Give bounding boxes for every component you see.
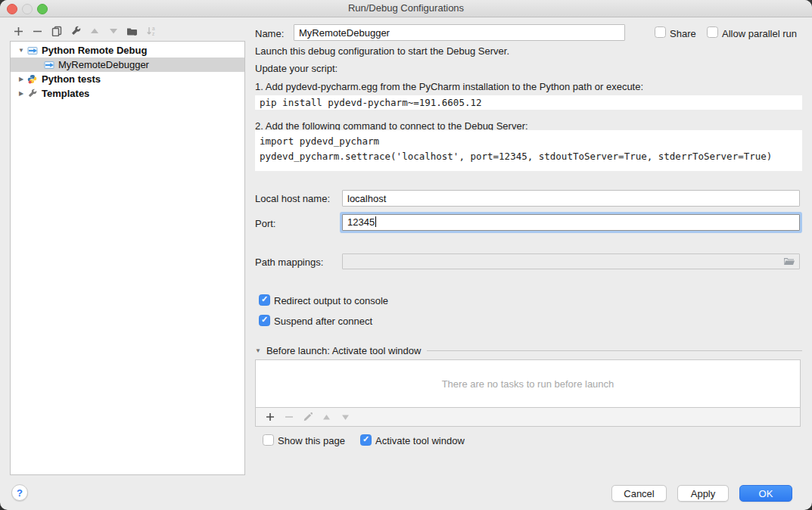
tree-item-label: Python tests: [42, 73, 101, 85]
tree-item-label: Python Remote Debug: [42, 45, 147, 56]
remove-task-button[interactable]: [279, 409, 298, 424]
copy-configuration-button[interactable]: [47, 23, 66, 39]
arrow-up-icon: [322, 414, 331, 421]
instruction-line-2: Update your script:: [255, 63, 338, 74]
move-task-up-button[interactable]: [317, 409, 336, 424]
path-mappings-input[interactable]: [342, 253, 800, 269]
move-down-button[interactable]: [104, 23, 123, 39]
tree-item-myremotedebugger[interactable]: MyRemoteDebugger: [11, 58, 244, 72]
suspend-after-connect-checkbox[interactable]: [259, 315, 270, 326]
tree-item-templates[interactable]: ▶ Templates: [11, 86, 244, 101]
port-input[interactable]: 12345: [342, 214, 800, 231]
pencil-icon: [303, 412, 313, 422]
help-button[interactable]: ?: [11, 484, 28, 501]
before-launch-title: Before launch: Activate tool window: [266, 345, 422, 356]
share-label: Share: [670, 28, 696, 39]
chevron-expanded-icon[interactable]: ▼: [255, 347, 261, 354]
port-value: 12345: [347, 216, 375, 228]
edit-task-button[interactable]: [298, 409, 317, 424]
redirect-output-checkbox[interactable]: [259, 294, 270, 306]
cancel-button[interactable]: Cancel: [611, 485, 667, 502]
move-up-button[interactable]: [85, 23, 104, 39]
settrace-code-block: import pydevd_pycharm pydevd_pycharm.set…: [255, 130, 802, 171]
arrow-down-icon: [109, 27, 118, 35]
plus-icon: [14, 26, 23, 36]
text-caret: [375, 216, 376, 227]
svg-text:a: a: [152, 26, 155, 31]
folder-plus-icon: [126, 26, 138, 36]
window-title: Run/Debug Configurations: [0, 2, 812, 14]
chevron-collapsed-icon[interactable]: ▶: [17, 76, 26, 82]
instruction-line-1: Launch this debug configuration to start…: [255, 45, 509, 57]
local-host-name-input[interactable]: [342, 190, 800, 207]
empty-tasks-message: There are no tasks to run before launch: [256, 378, 800, 390]
add-task-button[interactable]: [260, 409, 279, 424]
ok-button[interactable]: OK: [739, 485, 792, 502]
show-this-page-checkbox[interactable]: [263, 434, 274, 446]
local-host-name-label: Local host name:: [255, 193, 330, 204]
wrench-icon: [70, 26, 81, 36]
configurations-toolbar: az: [9, 23, 160, 39]
plus-icon: [266, 412, 275, 421]
add-configuration-button[interactable]: [9, 23, 28, 39]
wrench-icon: [27, 89, 39, 98]
tree-item-python-remote-debug[interactable]: ▼ Python Remote Debug: [11, 43, 244, 58]
suspend-after-connect-label: Suspend after connect: [274, 316, 372, 327]
arrow-up-icon: [90, 27, 99, 35]
tree-item-python-tests[interactable]: ▶ Python tests: [11, 72, 244, 86]
minus-icon: [285, 412, 294, 421]
settrace-code-line-2: pydevd_pycharm.settrace('localhost', por…: [260, 149, 802, 164]
show-this-page-label: Show this page: [278, 435, 345, 446]
title-bar: Run/Debug Configurations: [0, 0, 812, 17]
python-icon: [27, 74, 39, 84]
copy-icon: [51, 26, 62, 36]
chevron-expanded-icon[interactable]: ▼: [17, 47, 26, 54]
before-launch-task-list[interactable]: There are no tasks to run before launch: [255, 359, 801, 408]
configurations-tree: ▼ Python Remote Debug MyRemoteDebugger ▶…: [10, 41, 245, 475]
section-divider: [427, 350, 802, 351]
allow-parallel-run-checkbox[interactable]: [707, 26, 718, 38]
apply-button[interactable]: Apply: [677, 485, 729, 502]
configuration-editor: Name: Share Allow parallel run Launch th…: [246, 17, 812, 510]
before-launch-header: ▼ Before launch: Activate tool window: [255, 345, 802, 356]
move-task-down-button[interactable]: [336, 409, 355, 424]
tree-item-label: MyRemoteDebugger: [58, 59, 149, 70]
arrow-down-icon: [341, 414, 350, 421]
activate-tool-window-label: Activate tool window: [375, 435, 465, 446]
browse-folder-icon[interactable]: [783, 257, 795, 269]
redirect-output-label: Redirect output to console: [274, 295, 388, 306]
chevron-collapsed-icon[interactable]: ▶: [17, 90, 26, 97]
sort-az-icon: az: [146, 26, 157, 36]
pip-install-code: pip install pydevd-pycharm~=191.6605.12: [255, 95, 802, 110]
remove-configuration-button[interactable]: [28, 23, 47, 39]
before-launch-toolbar: [255, 408, 801, 427]
edit-templates-button[interactable]: [66, 23, 85, 39]
minus-icon: [33, 26, 42, 36]
svg-text:z: z: [152, 31, 154, 36]
remote-debug-icon: [44, 60, 55, 70]
remote-debug-icon: [27, 45, 39, 55]
instruction-step-1: 1. Add pydevd-pycharm.egg from the PyCha…: [255, 81, 643, 92]
path-mappings-label: Path mappings:: [255, 257, 323, 268]
settrace-code-line-1: import pydevd_pycharm: [260, 134, 802, 149]
name-label: Name:: [255, 28, 284, 39]
share-checkbox[interactable]: [655, 26, 666, 38]
run-debug-configurations-dialog: Run/Debug Configurations az ▼: [0, 0, 812, 510]
activate-tool-window-checkbox[interactable]: [360, 434, 372, 446]
sort-configurations-button[interactable]: az: [142, 23, 160, 39]
allow-parallel-run-label: Allow parallel run: [722, 28, 797, 39]
port-label: Port:: [255, 218, 275, 229]
name-input[interactable]: [294, 24, 625, 41]
tree-item-label: Templates: [42, 88, 89, 99]
new-folder-button[interactable]: [123, 23, 142, 39]
